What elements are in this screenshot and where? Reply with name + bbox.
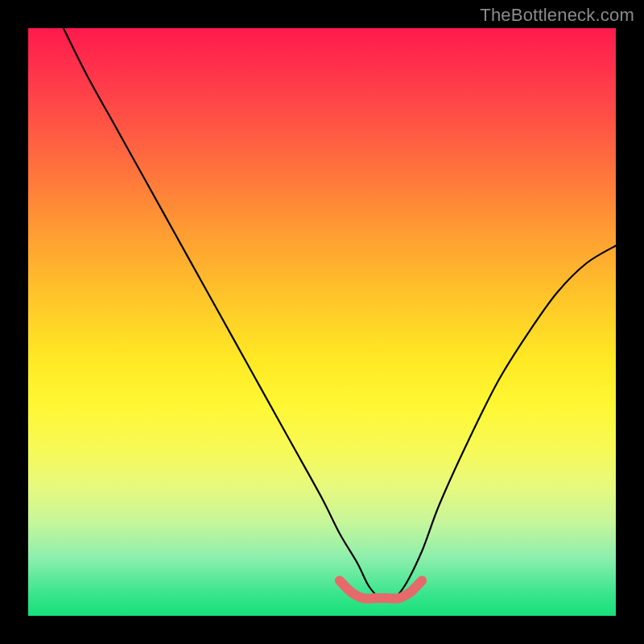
watermark-text: TheBottleneck.com bbox=[480, 5, 634, 26]
main-curve-path bbox=[64, 28, 616, 600]
chart-svg bbox=[28, 28, 616, 616]
valley-marker-path bbox=[340, 580, 422, 598]
chart-frame: TheBottleneck.com bbox=[0, 0, 644, 644]
plot-area bbox=[28, 28, 616, 616]
